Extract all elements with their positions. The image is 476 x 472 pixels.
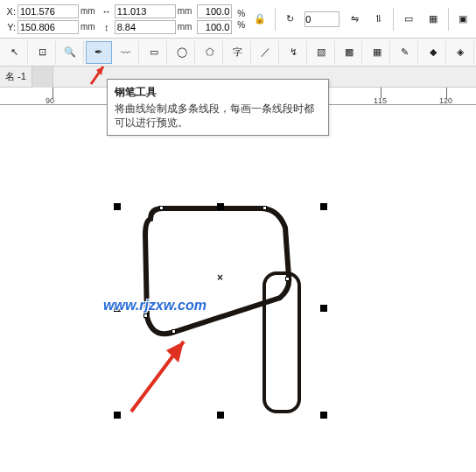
handle-tr[interactable] xyxy=(320,203,327,210)
scale-x-input[interactable] xyxy=(197,4,232,18)
node[interactable] xyxy=(262,206,267,210)
grid-tool[interactable]: ▦ xyxy=(364,41,390,64)
pct-x: % xyxy=(237,9,245,18)
canvas[interactable]: www.rjzxw.com × xyxy=(0,105,476,472)
eyedropper-tool[interactable]: ✎ xyxy=(392,41,418,64)
interactive-icon: ◈ xyxy=(457,46,464,58)
zoom-icon: 🔍 xyxy=(64,46,76,58)
layer-swatch[interactable] xyxy=(32,67,53,88)
align3-icon: ▣ xyxy=(458,13,467,25)
ellipse-tool[interactable]: ◯ xyxy=(169,41,195,64)
node[interactable] xyxy=(159,206,164,210)
handle-tm[interactable] xyxy=(217,203,224,210)
text-tool[interactable]: 字 xyxy=(225,41,251,64)
polygon-tool[interactable]: ⬠ xyxy=(197,41,223,64)
x-unit: mm xyxy=(80,6,95,16)
text-icon: 字 xyxy=(233,46,242,59)
zoom-tool[interactable]: 🔍 xyxy=(58,41,84,64)
circle-icon: ◯ xyxy=(177,46,187,58)
order-back-button[interactable]: ▦ xyxy=(424,10,443,29)
pen-tool-tooltip: 钢笔工具 将曲线绘制成多条线段，每画一条线段时都可以进行预览。 xyxy=(107,79,329,136)
align-button[interactable]: ▣ xyxy=(453,10,472,29)
align1-icon: ▭ xyxy=(404,13,413,25)
scale-block xyxy=(197,4,232,34)
height-unit: mm xyxy=(178,22,192,32)
handle-bm[interactable] xyxy=(217,412,224,419)
tool-row: ↖ ⊡ 🔍 ✒ 〰 ▭ ◯ ⬠ 字 ／ ↯ ▧ ▩ ▦ ✎ ◆ ◈ xyxy=(0,39,476,67)
x-label: X: xyxy=(4,6,16,17)
size-block: ↔ mm ↕ mm xyxy=(101,4,192,34)
img-icon: ▩ xyxy=(345,46,354,58)
handle-mr[interactable] xyxy=(320,305,327,312)
crop-tool[interactable]: ▧ xyxy=(309,41,335,64)
y-label: Y: xyxy=(4,22,16,32)
crop-icon: ▧ xyxy=(317,46,326,58)
lock-icon: 🔒 xyxy=(254,13,266,25)
separator xyxy=(448,8,449,31)
line-icon: ／ xyxy=(261,46,270,59)
width-icon: ↔ xyxy=(101,5,113,18)
pen-icon: ✒ xyxy=(94,46,102,58)
lock-ratio-button[interactable]: 🔒 xyxy=(250,10,270,29)
tooltip-title: 钢笔工具 xyxy=(115,85,321,100)
handle-br[interactable] xyxy=(320,412,327,419)
rect-tool[interactable]: ▭ xyxy=(141,41,167,64)
separator xyxy=(275,8,276,31)
bucket-icon: ◆ xyxy=(430,46,437,58)
watermark-text: www.rjzxw.com xyxy=(103,298,206,313)
rotate-button[interactable]: ↻ xyxy=(281,10,300,29)
shape-icon: ⊡ xyxy=(38,46,46,58)
pick-icon: ↖ xyxy=(10,46,18,58)
handle-bl[interactable] xyxy=(114,412,121,419)
height-icon: ↕ xyxy=(101,21,113,33)
bez-icon: ↯ xyxy=(290,46,298,58)
poly-icon: ⬠ xyxy=(206,46,214,58)
drawing-svg xyxy=(0,105,476,472)
mirror-v-icon: ⥮ xyxy=(374,13,382,25)
position-block: X: mm Y: mm xyxy=(4,4,95,34)
property-bar: X: mm Y: mm ↔ mm ↕ mm % % 🔒 ↻ ⇋ ⥮ ▭ xyxy=(0,0,476,39)
ruler-tick: 90 xyxy=(46,96,54,105)
pct-column: % % xyxy=(237,9,245,30)
y-unit: mm xyxy=(80,22,95,32)
separator xyxy=(393,8,394,31)
tooltip-body: 将曲线绘制成多条线段，每画一条线段时都可以进行预览。 xyxy=(115,102,321,130)
height-input[interactable] xyxy=(115,20,176,34)
ruler-tick: 120 xyxy=(439,96,452,105)
x-input[interactable] xyxy=(18,4,79,18)
node[interactable] xyxy=(144,313,148,318)
mirror-h-icon: ⇋ xyxy=(351,13,359,25)
layer-name[interactable]: 名 -1 xyxy=(0,67,32,88)
width-input[interactable] xyxy=(115,4,176,18)
bezier-tool[interactable]: ↯ xyxy=(281,41,307,64)
ruler-tick: 115 xyxy=(374,96,387,105)
shape-tool[interactable]: ⊡ xyxy=(30,41,56,64)
pick-tool[interactable]: ↖ xyxy=(2,41,28,64)
mirror-v-button[interactable]: ⥮ xyxy=(369,10,388,29)
rotation-input[interactable] xyxy=(304,11,340,27)
align2-icon: ▦ xyxy=(429,13,438,25)
order-front-button[interactable]: ▭ xyxy=(399,10,418,29)
selection-center-mark: × xyxy=(217,271,223,284)
curve-tool[interactable]: 〰 xyxy=(114,41,140,64)
node[interactable] xyxy=(172,329,176,334)
y-input[interactable] xyxy=(18,20,79,34)
eyedrop-icon: ✎ xyxy=(401,46,409,58)
rotate-icon: ↻ xyxy=(286,13,294,25)
fill-tool[interactable]: ◆ xyxy=(420,41,446,64)
pct-y: % xyxy=(237,20,245,30)
width-unit: mm xyxy=(178,6,192,16)
handle-tl[interactable] xyxy=(114,203,121,210)
curve-icon: 〰 xyxy=(121,47,130,58)
pen-tool[interactable]: ✒ xyxy=(86,41,112,64)
node[interactable] xyxy=(285,277,290,281)
scale-y-input[interactable] xyxy=(197,20,232,34)
mirror-h-button[interactable]: ⇋ xyxy=(345,10,364,29)
line-tool[interactable]: ／ xyxy=(253,41,279,64)
rect-icon: ▭ xyxy=(150,46,158,58)
interactive-tool[interactable]: ◈ xyxy=(448,41,474,64)
grid-icon: ▦ xyxy=(373,46,382,58)
image-tool[interactable]: ▩ xyxy=(337,41,363,64)
